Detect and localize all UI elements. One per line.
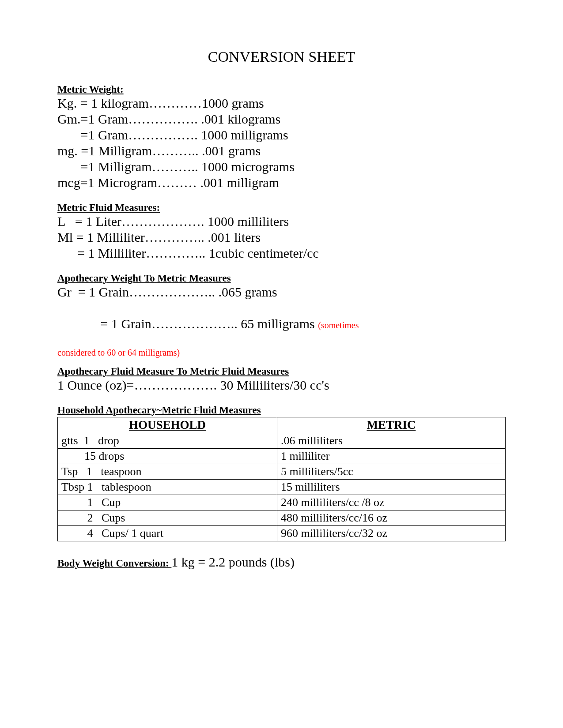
cell-h: Tsp 1 teaspoon bbox=[58, 464, 277, 480]
heading-apoth-weight: Apothecary Weight To Metric Measures bbox=[57, 273, 506, 284]
section-metric-fluid: Metric Fluid Measures: L = 1 Liter………………… bbox=[57, 202, 506, 261]
household-metric-table: HOUSEHOLD METRIC gtts 1 drop .06 millili… bbox=[57, 417, 506, 541]
cell-h: 2 Cups bbox=[58, 510, 277, 526]
cell-m: 5 milliliters/5cc bbox=[277, 464, 505, 480]
cell-m: .06 milliliters bbox=[277, 433, 505, 449]
mw-line-1: Gm.=1 Gram……………. .001 kilograms bbox=[57, 111, 506, 127]
mw-line-5: mcg=1 Microgram……… .001 milligram bbox=[57, 175, 506, 191]
heading-household: Household Apothecary~Metric Fluid Measur… bbox=[57, 405, 506, 416]
af-line-0: 1 Ounce (oz)=………………. 30 Milliliters/30 c… bbox=[57, 377, 506, 393]
mw-line-3: mg. =1 Milligram……….. .001 grams bbox=[57, 143, 506, 159]
cell-m: 240 milliliters/cc /8 oz bbox=[277, 495, 505, 510]
table-header-row: HOUSEHOLD METRIC bbox=[58, 417, 506, 433]
table-row: Tsp 1 teaspoon 5 milliliters/5cc bbox=[58, 464, 506, 480]
table-row: 1 Cup 240 milliliters/cc /8 oz bbox=[58, 495, 506, 510]
heading-metric-fluid: Metric Fluid Measures: bbox=[57, 202, 506, 214]
cell-m: 480 milliliters/cc/16 oz bbox=[277, 510, 505, 526]
cell-h: Tbsp 1 tablespoon bbox=[58, 480, 277, 495]
mw-line-2: =1 Gram……………. 1000 milligrams bbox=[57, 127, 506, 143]
aw-note-b: considered to 60 or 64 milligrams) bbox=[57, 348, 180, 357]
table-row: 4 Cups/ 1 quart 960 milliliters/cc/32 oz bbox=[58, 526, 506, 541]
cell-m: 1 milliliter bbox=[277, 449, 505, 464]
page-title: CONVERSION SHEET bbox=[57, 49, 506, 65]
mf-line-2: = 1 Milliliter………….. 1cubic centimeter/c… bbox=[57, 245, 506, 261]
section-apoth-weight: Apothecary Weight To Metric Measures Gr … bbox=[57, 273, 506, 358]
section-household: Household Apothecary~Metric Fluid Measur… bbox=[57, 405, 506, 541]
col-metric: METRIC bbox=[277, 417, 505, 433]
section-metric-weight: Metric Weight: Kg. = 1 kilogram…………1000 … bbox=[57, 84, 506, 191]
aw-line-1-main: = 1 Grain……………….. 65 milligrams bbox=[77, 316, 318, 331]
cell-h: 1 Cup bbox=[58, 495, 277, 510]
cell-h: 4 Cups/ 1 quart bbox=[58, 526, 277, 541]
aw-line-1: = 1 Grain……………….. 65 milligrams (sometim… bbox=[57, 300, 506, 348]
col-household: HOUSEHOLD bbox=[58, 417, 277, 433]
cell-m: 15 milliliters bbox=[277, 480, 505, 495]
table-row: gtts 1 drop .06 milliliters bbox=[58, 433, 506, 449]
cell-h: 15 drops bbox=[58, 449, 277, 464]
aw-line-0: Gr = 1 Grain……………….. .065 grams bbox=[57, 284, 506, 300]
body-weight-label: Body Weight Conversion: bbox=[57, 558, 171, 569]
mw-line-0: Kg. = 1 kilogram…………1000 grams bbox=[57, 95, 506, 111]
mf-line-1: Ml = 1 Milliliter………….. .001 liters bbox=[57, 229, 506, 245]
table-row: 15 drops 1 milliliter bbox=[58, 449, 506, 464]
table-row: Tbsp 1 tablespoon 15 milliliters bbox=[58, 480, 506, 495]
aw-note-a: (sometimes bbox=[318, 320, 359, 330]
cell-m: 960 milliliters/cc/32 oz bbox=[277, 526, 505, 541]
heading-apoth-fluid: Apothecary Fluid Measure To Metric Fluid… bbox=[57, 366, 506, 377]
heading-metric-weight: Metric Weight: bbox=[57, 84, 506, 95]
cell-h: gtts 1 drop bbox=[58, 433, 277, 449]
section-apoth-fluid: Apothecary Fluid Measure To Metric Fluid… bbox=[57, 366, 506, 393]
body-weight-line: Body Weight Conversion: 1 kg = 2.2 pound… bbox=[57, 555, 506, 570]
body-weight-value: 1 kg = 2.2 pounds (lbs) bbox=[171, 555, 295, 569]
mf-line-0: L = 1 Liter………………. 1000 milliliters bbox=[57, 214, 506, 229]
mw-line-4: =1 Milligram……….. 1000 micrograms bbox=[57, 159, 506, 175]
table-row: 2 Cups 480 milliliters/cc/16 oz bbox=[58, 510, 506, 526]
